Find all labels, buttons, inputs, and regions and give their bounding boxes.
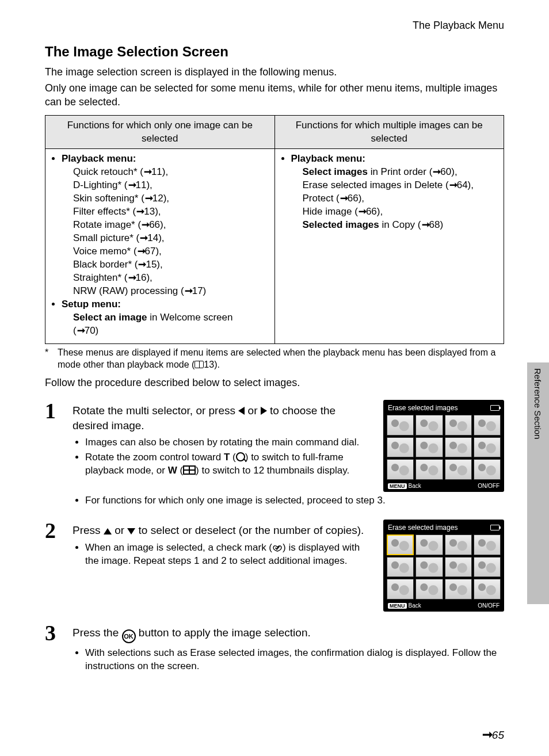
step-3: 3 Press the OK button to apply the image…: [45, 622, 504, 675]
table-head-left: Functions for which only one image can b…: [45, 115, 275, 149]
lcd-thumbnail: [445, 579, 472, 599]
functions-table: Functions for which only one image can b…: [45, 115, 504, 344]
list-item: Straighten* (➞16),: [73, 272, 269, 285]
lcd-preview: Erase selected images MENUBack ON/OFF: [383, 400, 504, 492]
list-item: Small picture* (➞14),: [73, 232, 269, 245]
lcd-thumbnail: [387, 557, 414, 577]
list-item: Rotate image* (➞66),: [73, 219, 269, 232]
ref-icon: ➞: [143, 166, 151, 179]
ref-icon: ➞: [358, 205, 366, 219]
table-cell-left: Playback menu: Quick retouch* (➞11),D-Li…: [45, 149, 275, 343]
lcd-thumbnail: [445, 557, 472, 577]
ref-icon: ➞: [139, 232, 147, 245]
welcome-ref: 70: [85, 325, 96, 336]
step-title: Rotate the multi selector, or press or t…: [73, 403, 373, 433]
lcd-thumbnail: [445, 459, 472, 479]
lcd-thumbnail: [387, 459, 414, 479]
lcd-title-text: Erase selected images: [388, 523, 458, 532]
ref-icon: ➞: [137, 245, 145, 258]
ref-icon: ➞: [144, 192, 152, 205]
battery-icon: [490, 405, 500, 411]
lcd-thumbnail: [387, 415, 414, 435]
step-1: 1 Rotate the multi selector, or press or…: [45, 400, 504, 509]
up-arrow-icon: [104, 528, 112, 534]
footnote: * These menus are displayed if menu item…: [45, 346, 504, 371]
ref-icon: ➞: [138, 258, 146, 272]
battery-icon: [490, 525, 500, 530]
lcd-thumbnail: [415, 579, 443, 599]
step-title: Press the OK button to apply the image s…: [73, 625, 504, 643]
menu-pill: MENU: [388, 603, 407, 609]
lcd-thumbnail: [415, 415, 443, 435]
ref-icon: ➞: [340, 192, 348, 205]
table-head-right: Functions for which multiple images can …: [274, 115, 504, 149]
page-title: The Image Selection Screen: [45, 43, 504, 61]
intro-line: Only one image can be selected for some …: [45, 81, 504, 109]
list-item: Select images in Print order (➞60),: [303, 166, 498, 179]
lcd-thumbnail: [445, 534, 472, 555]
check-mark-icon: [272, 543, 283, 551]
lcd-thumbnail: [474, 557, 501, 577]
lcd-thumbnail: [415, 459, 443, 479]
ref-icon: ➞: [128, 179, 136, 192]
lcd-thumbnail: [387, 437, 414, 457]
ref-icon: ➞: [449, 179, 457, 192]
list-item: Voice memo* (➞67),: [73, 245, 269, 258]
thumbnail-grid-icon: [183, 465, 196, 475]
side-label: Reference Section: [532, 368, 543, 439]
step-sub-item: For functions for which only one image i…: [85, 494, 504, 507]
ref-icon: ➞: [184, 285, 192, 298]
step-number: 1: [45, 400, 66, 422]
magnify-icon: [236, 452, 245, 461]
group-title: Playback menu:: [62, 153, 136, 164]
lcd-thumbnail: [445, 415, 472, 435]
lcd-thumbnail: [474, 459, 501, 479]
lcd-thumbnail: [415, 534, 443, 555]
step-number: 3: [45, 622, 66, 644]
lcd-preview: Erase selected images MENUBack ON/OFF: [383, 520, 504, 612]
step-sub-item: With selections such as Erase selected i…: [85, 647, 504, 673]
down-arrow-icon: [127, 528, 135, 534]
step-sub-item: When an image is selected, a check mark …: [85, 541, 373, 568]
list-item: Erase selected images in Delete (➞64),: [303, 179, 498, 192]
lcd-thumbnail: [474, 415, 501, 435]
menu-pill: MENU: [388, 483, 407, 489]
lcd-thumbnail: [415, 557, 443, 577]
list-item: Hide image (➞66),: [303, 205, 498, 219]
list-item: Quick retouch* (➞11),: [73, 166, 269, 179]
ok-button-icon: OK: [122, 629, 136, 643]
step-sub-item: Rotate the zoom control toward T () to s…: [85, 451, 373, 478]
follow-text: Follow the procedure described below to …: [45, 376, 504, 390]
lcd-thumbnail: [415, 437, 443, 457]
list-item: Protect (➞66),: [303, 192, 498, 205]
ref-icon: ➞: [421, 219, 429, 232]
group-title: Playback menu:: [291, 153, 365, 164]
book-icon: [195, 361, 204, 368]
list-item: D-Lighting* (➞11),: [73, 179, 269, 192]
list-item: Black border* (➞15),: [73, 258, 269, 272]
table-cell-right: Playback menu: Select images in Print or…: [274, 149, 504, 343]
lcd-thumbnail: [474, 437, 501, 457]
intro-line: The image selection screen is displayed …: [45, 65, 504, 79]
lcd-thumbnail: [474, 579, 501, 599]
lcd-thumbnail: [387, 534, 414, 555]
page-number: ➞65: [482, 726, 504, 743]
lcd-thumbnail: [445, 437, 472, 457]
ref-icon: ➞: [128, 272, 136, 285]
list-item: Selected images in Copy (➞68): [303, 219, 498, 232]
lcd-title-text: Erase selected images: [388, 403, 458, 413]
lcd-thumbnail: [387, 579, 414, 599]
step-number: 2: [45, 520, 66, 541]
list-item: Skin softening* (➞12),: [73, 192, 269, 205]
step-2: 2 Press or to select or deselect (or the…: [45, 520, 504, 612]
header-section: The Playback Menu: [45, 18, 504, 32]
list-item: NRW (RAW) processing (➞17): [73, 285, 269, 298]
ref-icon: ➞: [77, 324, 85, 338]
step-title: Press or to select or deselect (or the n…: [73, 523, 373, 538]
list-item: Filter effects* (➞13),: [73, 205, 269, 219]
ref-icon: ➞: [432, 166, 440, 179]
ref-icon: ➞: [482, 726, 492, 743]
ref-icon: ➞: [141, 219, 149, 232]
step-sub-item: Images can also be chosen by rotating th…: [85, 436, 373, 449]
ref-icon: ➞: [136, 205, 144, 219]
